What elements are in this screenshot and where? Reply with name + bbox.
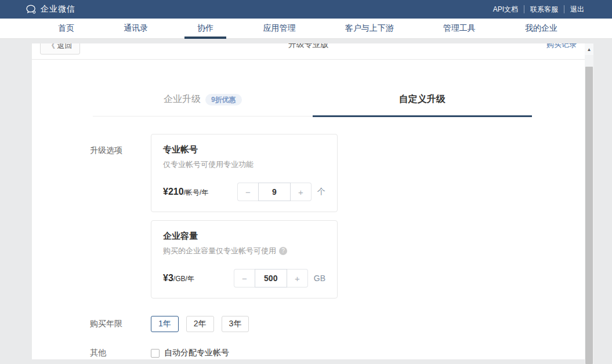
logout-link[interactable]: 退出 — [564, 5, 590, 13]
storage-price-amount: ¥3 — [163, 273, 173, 283]
upgrade-panel: 《 返回 升级专业版 购买记录 企业升级 9折优惠 自定义升级 升级选项 专业帐… — [32, 43, 585, 359]
topbar: 企业微信 API文档 联系客服 退出 — [0, 0, 612, 19]
nav-item-admin-tools[interactable]: 管理工具 — [430, 19, 488, 39]
pro-account-qty-unit: 个 — [317, 187, 325, 197]
brand: 企业微信 — [26, 4, 75, 14]
topbar-links: API文档 联系客服 退出 — [487, 5, 590, 13]
upgrade-form: 升级选项 专业帐号 仅专业帐号可使用专业功能 ¥210/帐号/年 − 9 — [90, 134, 585, 364]
pro-account-qty-input[interactable]: 9 — [258, 183, 291, 201]
duration-1year-button[interactable]: 1年 — [151, 316, 179, 332]
nav-item-apps[interactable]: 应用管理 — [250, 19, 308, 39]
duration-2year-button[interactable]: 2年 — [186, 316, 214, 332]
storage-price-unit: /GB/年 — [173, 275, 194, 283]
plus-button[interactable]: + — [291, 183, 312, 201]
scroll-up-arrow[interactable]: ▲ — [585, 43, 593, 55]
upgrade-options-label: 升级选项 — [90, 134, 151, 299]
scrollbar-thumb[interactable] — [585, 67, 593, 364]
contact-support-link[interactable]: 联系客服 — [524, 5, 564, 13]
auto-assign-option[interactable]: 自动分配专业帐号 — [151, 348, 332, 358]
auto-assign-label: 自动分配专业帐号 — [164, 348, 229, 358]
pro-account-price: ¥210/帐号/年 — [163, 187, 208, 198]
pro-account-price-unit: /帐号/年 — [184, 188, 209, 196]
pro-account-card-desc: 仅专业帐号可使用专业功能 — [163, 159, 254, 170]
duration-buttons: 1年 2年 3年 — [151, 316, 249, 332]
tab-enterprise-upgrade[interactable]: 企业升级 9折优惠 — [93, 93, 313, 116]
wework-logo-icon — [26, 5, 37, 14]
page-title: 升级专业版 — [32, 43, 585, 50]
nav-item-home[interactable]: 首页 — [45, 19, 87, 39]
tab-custom-upgrade[interactable]: 自定义升级 — [313, 93, 533, 116]
storage-stepper: − 500 + — [234, 269, 308, 287]
storage-price: ¥3/GB/年 — [163, 273, 194, 284]
storage-card-desc: 购买的企业容量仅专业帐号可使用 — [163, 246, 276, 256]
other-label: 其他 — [90, 348, 151, 364]
panel-header: 《 返回 升级专业版 购买记录 — [32, 43, 585, 60]
plus-button[interactable]: + — [287, 269, 308, 287]
pro-account-card-title: 专业帐号 — [163, 144, 325, 155]
auto-assign-checkbox[interactable] — [151, 349, 160, 358]
upgrade-options-row: 升级选项 专业帐号 仅专业帐号可使用专业功能 ¥210/帐号/年 − 9 — [90, 134, 585, 299]
nav-item-customers[interactable]: 客户与上下游 — [332, 19, 407, 39]
duration-row: 购买年限 1年 2年 3年 — [90, 316, 585, 332]
storage-qty-input[interactable]: 500 — [255, 269, 287, 287]
upgrade-options-cards: 专业帐号 仅专业帐号可使用专业功能 ¥210/帐号/年 − 9 + 个 — [151, 134, 338, 299]
scrollbar[interactable]: ▲ — [585, 43, 593, 364]
pro-account-stepper: − 9 + — [237, 183, 312, 201]
minus-button[interactable]: − — [237, 183, 258, 201]
minus-button[interactable]: − — [234, 269, 255, 287]
storage-card: 企业容量 购买的企业容量仅专业帐号可使用 ? ¥3/GB/年 − 500 + — [151, 220, 338, 299]
tab-custom-upgrade-label: 自定义升级 — [399, 93, 446, 105]
nav-item-my-company[interactable]: 我的企业 — [512, 19, 570, 39]
duration-3year-button[interactable]: 3年 — [222, 316, 249, 332]
tab-enterprise-upgrade-label: 企业升级 — [164, 93, 201, 105]
api-docs-link[interactable]: API文档 — [487, 5, 524, 13]
nav-item-contacts[interactable]: 通讯录 — [111, 19, 161, 39]
storage-card-title: 企业容量 — [163, 231, 325, 242]
duration-label: 购买年限 — [90, 319, 151, 329]
purchase-history-link[interactable]: 购买记录 — [546, 43, 577, 50]
nav-item-collaboration[interactable]: 协作 — [184, 19, 226, 39]
help-icon[interactable]: ? — [279, 247, 287, 255]
storage-qty-unit: GB — [314, 274, 325, 283]
discount-badge: 9折优惠 — [205, 94, 242, 105]
upgrade-tabs: 企业升级 9折优惠 自定义升级 — [93, 93, 532, 117]
other-row: 其他 自动分配专业帐号 启用后，成员可用容量不足时可自动为其升级到专业版 — [90, 348, 585, 364]
brand-name: 企业微信 — [41, 4, 75, 14]
pro-account-card: 专业帐号 仅专业帐号可使用专业功能 ¥210/帐号/年 − 9 + 个 — [151, 134, 338, 212]
pro-account-price-amount: ¥210 — [163, 187, 184, 196]
main-nav: 首页 通讯录 协作 应用管理 客户与上下游 管理工具 我的企业 — [0, 19, 612, 39]
other-content: 自动分配专业帐号 启用后，成员可用容量不足时可自动为其升级到专业版 — [151, 348, 332, 364]
